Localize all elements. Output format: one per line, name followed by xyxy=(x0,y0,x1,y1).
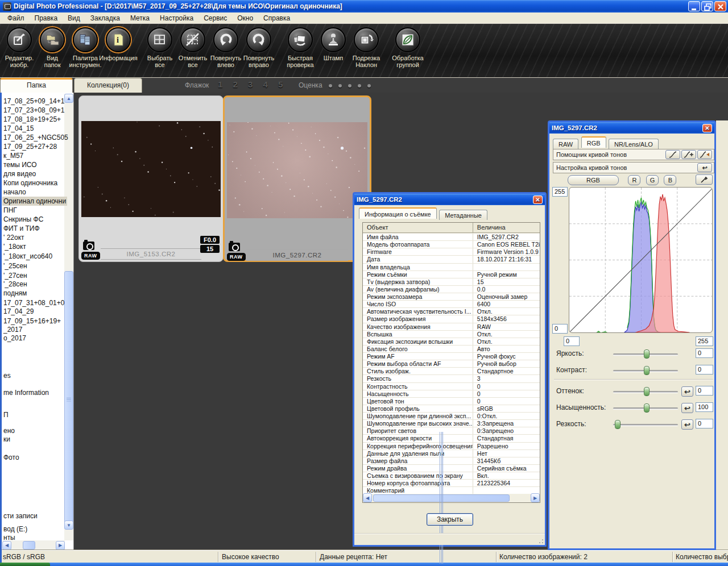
toolbar-button-edit-image[interactable]: Редактир. изобр. xyxy=(3,27,36,68)
folder-tree-item[interactable]: 17_07_31+08_01+0 xyxy=(2,298,65,307)
eyedropper-icon[interactable] xyxy=(696,174,713,185)
menu-item-1[interactable]: Правка xyxy=(30,13,63,23)
folder-tree-item[interactable]: 17_04_29 xyxy=(2,307,35,316)
folder-tree-item[interactable]: 17_08_18+19+25+ xyxy=(2,115,62,124)
toolbar-button-stamp[interactable]: Штамп xyxy=(317,27,350,61)
toolbar-button-folder-view[interactable]: Вид папок xyxy=(36,27,69,68)
slider-track[interactable] xyxy=(613,370,678,372)
folder-tree-item[interactable]: 17_09_25+27+28 xyxy=(2,142,58,151)
toolbar-button-rotate-left[interactable]: Повернуть влево xyxy=(209,27,242,68)
tab-raw[interactable]: RAW xyxy=(553,139,578,149)
slider-handle[interactable] xyxy=(644,366,650,375)
toolbar-button-rotate-right[interactable]: Повернуть вправо xyxy=(242,27,275,68)
tab-folder[interactable]: Папка xyxy=(0,78,73,93)
toolbar-button-info[interactable]: iИнформация xyxy=(102,27,135,61)
slider-track[interactable] xyxy=(613,391,678,393)
curve-input-right[interactable]: 255 xyxy=(696,336,713,346)
folder-tree-item[interactable]: ки xyxy=(2,435,11,444)
toolbar-button-select-all[interactable]: Выбрать все xyxy=(143,27,176,68)
curve-assistant-plus-icon[interactable] xyxy=(681,150,696,159)
slider-handle[interactable] xyxy=(644,387,650,396)
folder-tree-item[interactable]: к_M57 xyxy=(2,151,24,160)
slider-undo-icon[interactable]: ↩ xyxy=(681,386,693,397)
toolbar-button-tool-palette[interactable]: Палитра инструмен. xyxy=(69,27,102,68)
curve-input-left[interactable]: 0 xyxy=(564,336,580,346)
menu-item-6[interactable]: Сервис xyxy=(198,13,232,23)
slider-value[interactable]: 0 xyxy=(696,348,713,358)
hscroll-thumb[interactable] xyxy=(373,494,510,502)
rating-dots[interactable] xyxy=(329,84,371,88)
folder-tree-item[interactable]: сти записи xyxy=(2,511,39,521)
vscroll-thumb[interactable] xyxy=(64,271,73,528)
slider-value[interactable]: 0 xyxy=(696,386,713,396)
rating-dot-4[interactable] xyxy=(358,84,361,88)
folder-tree-item[interactable]: '_28сен xyxy=(2,280,28,289)
curve-assistant-reset-icon[interactable] xyxy=(697,150,712,159)
folder-tree-item[interactable]: 17_09_15+16+19+ xyxy=(2,317,62,326)
folder-tree-item[interactable]: 17_04_15 xyxy=(2,124,35,133)
scroll-right-icon[interactable]: ▶ xyxy=(56,541,65,550)
tab-collection[interactable]: Коллекция(0) xyxy=(74,78,142,93)
scroll-down-icon[interactable]: ▼ xyxy=(64,521,73,530)
slider-track[interactable] xyxy=(613,353,678,355)
folder-tree-item[interactable]: Фото xyxy=(2,453,20,462)
folder-tree-item[interactable]: начало xyxy=(2,188,27,197)
menu-item-8[interactable]: Справка xyxy=(258,13,295,23)
folder-tree-item[interactable]: '_25сен xyxy=(2,261,28,270)
tab-shooting-info[interactable]: Информация о съёмке xyxy=(359,207,437,219)
slider-undo-icon[interactable]: ↩ xyxy=(681,403,693,413)
toolbar-button-trim[interactable]: Подрезка Наклон xyxy=(350,27,383,68)
minimize-button[interactable] xyxy=(688,1,700,11)
rating-dot-1[interactable] xyxy=(329,84,332,88)
slider-undo-icon[interactable]: ↩ xyxy=(681,419,693,430)
folder-tree-item[interactable]: '_18окт_исо640 xyxy=(2,252,53,261)
hscroll-thumb[interactable] xyxy=(23,541,35,550)
rating-dot-2[interactable] xyxy=(338,84,342,88)
folder-tree-item[interactable]: 17_06_25_+NGC505 xyxy=(2,133,69,142)
thumbnail-IMG_5153.CR2[interactable]: IMG_5153.CR2F0.015RAW xyxy=(78,95,224,262)
channel-rgb-button[interactable]: RGB xyxy=(568,175,619,185)
tab-metadata[interactable]: Метаданные xyxy=(439,210,487,220)
close-dialog-button[interactable]: Закрыть xyxy=(427,513,473,526)
folder-tree-vscrollbar[interactable]: ▲ ▼ xyxy=(64,94,73,540)
toolbar-button-batch[interactable]: Обработка группой xyxy=(391,27,424,68)
folder-tree-item[interactable]: Снкрины ФС xyxy=(2,215,44,224)
slider-handle[interactable] xyxy=(644,349,650,359)
folder-tree-item[interactable]: _2017 xyxy=(2,325,23,334)
flag-digits[interactable]: 1 2 3 4 5 xyxy=(218,80,287,89)
folder-tree-item[interactable]: ФИТ и ТИФ xyxy=(2,224,41,233)
slider-handle[interactable] xyxy=(615,420,621,429)
folder-tree-item[interactable]: 17_08_25+09_14+1 xyxy=(2,97,65,106)
scroll-left-icon[interactable]: ◀ xyxy=(363,493,372,502)
folder-tree-item[interactable]: ено xyxy=(2,426,16,435)
folder-tree-item[interactable]: подням xyxy=(2,289,28,298)
curve-adjust-undo-icon[interactable]: ↩ xyxy=(697,163,712,172)
slider-value[interactable]: 0 xyxy=(696,365,713,374)
exif-table-hscrollbar[interactable]: ◀ ▶ xyxy=(362,494,540,503)
folder-tree-item[interactable]: Оригинал одиночни xyxy=(2,197,67,206)
folder-tree-item[interactable]: вод (E:) xyxy=(2,525,28,534)
slider-handle[interactable] xyxy=(644,403,650,413)
channel-b-button[interactable]: B xyxy=(664,175,676,185)
channel-g-button[interactable]: G xyxy=(646,175,659,185)
folder-tree-item[interactable]: ПНГ xyxy=(2,206,18,215)
folder-tree-item[interactable]: es xyxy=(2,371,12,380)
folder-tree-item[interactable]: me Information xyxy=(2,388,50,397)
toolbar-button-quick-check[interactable]: Быстрая проверка xyxy=(284,27,317,68)
info-dialog-close-icon[interactable]: ✕ xyxy=(533,195,543,204)
folder-tree-item[interactable]: 17_07_23+08_09+1 xyxy=(2,106,65,115)
resize-grip[interactable] xyxy=(537,537,544,544)
folder-tree-item[interactable]: о_2017 xyxy=(2,334,27,343)
channel-r-button[interactable]: R xyxy=(628,175,640,185)
rating-dot-5[interactable] xyxy=(367,84,371,88)
slider-track[interactable] xyxy=(613,407,678,409)
curve-assistant-icon[interactable] xyxy=(665,150,680,159)
palette-close-icon[interactable]: ✕ xyxy=(702,124,712,132)
menu-item-4[interactable]: Метка xyxy=(125,13,155,23)
folder-tree-item[interactable]: нты xyxy=(2,533,16,542)
tab-nr-lens-alo[interactable]: NR/Lens/ALO xyxy=(609,139,659,149)
thumbnail-IMG_5297.CR2[interactable]: IMG_5297.CR2RAW xyxy=(223,95,371,262)
menu-item-5[interactable]: Настройка xyxy=(155,13,198,23)
close-button[interactable] xyxy=(714,1,726,11)
folder-tree-item[interactable]: темы ИСО xyxy=(2,160,38,169)
